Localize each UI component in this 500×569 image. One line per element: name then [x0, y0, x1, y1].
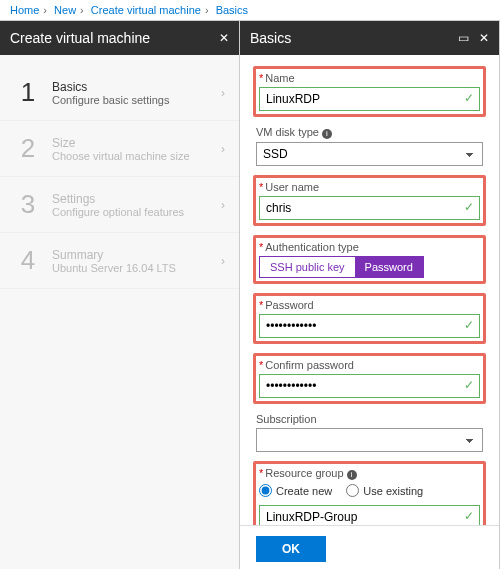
info-icon[interactable]: i — [322, 129, 332, 139]
name-input[interactable] — [259, 87, 480, 111]
breadcrumb: Home› New› Create virtual machine› Basic… — [0, 0, 500, 20]
chevron-right-icon: › — [221, 198, 225, 212]
resource-group-input[interactable] — [259, 505, 480, 525]
breadcrumb-new[interactable]: New — [54, 4, 76, 16]
auth-password-option[interactable]: Password — [355, 257, 423, 277]
chevron-right-icon: › — [221, 142, 225, 156]
chevron-right-icon: › — [221, 86, 225, 100]
field-resource-group: *Resource groupi Create new Use existing… — [259, 467, 480, 525]
rg-create-new-radio[interactable]: Create new — [259, 484, 332, 497]
form-footer: OK — [240, 525, 499, 569]
password-input[interactable] — [259, 314, 480, 338]
breadcrumb-basics[interactable]: Basics — [216, 4, 248, 16]
breadcrumb-create-vm[interactable]: Create virtual machine — [91, 4, 201, 16]
field-subscription: Subscription — [256, 413, 483, 452]
confirm-password-input[interactable] — [259, 374, 480, 398]
auth-ssh-option[interactable]: SSH public key — [260, 257, 355, 277]
field-user-name: *User name ✓ — [259, 181, 480, 220]
basics-form-panel: Basics ▭ ✕ *Name ✓ VM disk typei SSD — [240, 21, 500, 569]
vm-disk-type-select[interactable]: SSD — [256, 142, 483, 166]
info-icon[interactable]: i — [347, 470, 357, 480]
wizard-steps-panel: Create virtual machine ✕ 1 Basics Config… — [0, 21, 240, 569]
left-panel-header: Create virtual machine ✕ — [0, 21, 239, 55]
field-auth-type: *Authentication type SSH public key Pass… — [259, 241, 480, 278]
close-icon[interactable]: ✕ — [219, 31, 229, 45]
right-panel-title: Basics — [250, 30, 291, 46]
auth-type-toggle: SSH public key Password — [259, 256, 424, 278]
chevron-right-icon: › — [221, 254, 225, 268]
subscription-select[interactable] — [256, 428, 483, 452]
rg-use-existing-radio[interactable]: Use existing — [346, 484, 423, 497]
user-name-input[interactable] — [259, 196, 480, 220]
breadcrumb-home[interactable]: Home — [10, 4, 39, 16]
close-icon[interactable]: ✕ — [479, 31, 489, 45]
wizard-step-settings[interactable]: 3 Settings Configure optional features › — [0, 177, 239, 233]
field-vm-disk-type: VM disk typei SSD — [256, 126, 483, 166]
wizard-step-basics[interactable]: 1 Basics Configure basic settings › — [0, 65, 239, 121]
left-panel-title: Create virtual machine — [10, 30, 150, 46]
wizard-step-summary[interactable]: 4 Summary Ubuntu Server 16.04 LTS › — [0, 233, 239, 289]
field-password: *Password ✓ — [259, 299, 480, 338]
wizard-step-size[interactable]: 2 Size Choose virtual machine size › — [0, 121, 239, 177]
maximize-icon[interactable]: ▭ — [458, 31, 469, 45]
field-name: *Name ✓ — [259, 72, 480, 111]
ok-button[interactable]: OK — [256, 536, 326, 562]
right-panel-header: Basics ▭ ✕ — [240, 21, 499, 55]
field-confirm-password: *Confirm password ✓ — [259, 359, 480, 398]
